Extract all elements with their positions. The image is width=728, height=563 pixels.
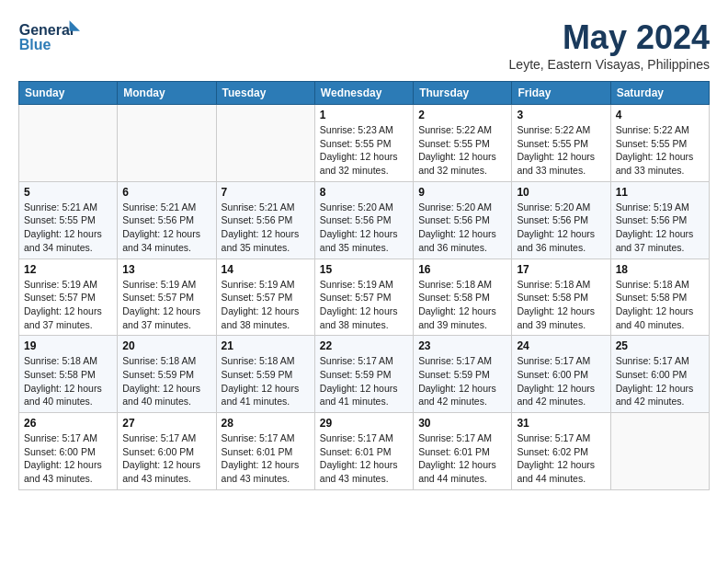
day-number: 3 — [517, 109, 605, 121]
svg-text:General: General — [19, 22, 74, 38]
month-title: May 2024 — [509, 18, 710, 57]
day-info: Sunrise: 5:17 AM Sunset: 5:59 PM Dayligh… — [418, 354, 506, 408]
day-info: Sunrise: 5:19 AM Sunset: 5:56 PM Dayligh… — [616, 201, 704, 255]
day-number: 1 — [320, 109, 408, 121]
day-info: Sunrise: 5:17 AM Sunset: 6:00 PM Dayligh… — [616, 354, 704, 408]
day-info: Sunrise: 5:17 AM Sunset: 6:00 PM Dayligh… — [24, 431, 112, 486]
day-cell-1-1: 6Sunrise: 5:21 AM Sunset: 5:56 PM Daylig… — [118, 181, 216, 259]
day-info: Sunrise: 5:21 AM Sunset: 5:55 PM Dayligh… — [24, 201, 112, 255]
day-number: 20 — [122, 339, 210, 352]
day-number: 9 — [418, 186, 506, 199]
day-cell-3-4: 23Sunrise: 5:17 AM Sunset: 5:59 PM Dayli… — [414, 336, 512, 413]
day-cell-0-4: 2Sunrise: 5:22 AM Sunset: 5:55 PM Daylig… — [414, 105, 512, 182]
day-number: 31 — [517, 417, 605, 430]
day-number: 16 — [418, 263, 506, 276]
day-number: 27 — [122, 417, 210, 430]
day-cell-2-0: 12Sunrise: 5:19 AM Sunset: 5:57 PM Dayli… — [19, 259, 118, 336]
day-number: 11 — [616, 186, 704, 199]
svg-marker-2 — [70, 20, 80, 30]
day-number: 18 — [616, 263, 704, 276]
day-cell-3-1: 20Sunrise: 5:18 AM Sunset: 5:59 PM Dayli… — [118, 336, 216, 413]
day-number: 2 — [418, 109, 506, 121]
svg-text:Blue: Blue — [19, 37, 51, 52]
day-cell-2-6: 18Sunrise: 5:18 AM Sunset: 5:58 PM Dayli… — [610, 259, 709, 336]
header-wednesday: Wednesday — [314, 82, 413, 105]
day-info: Sunrise: 5:17 AM Sunset: 6:01 PM Dayligh… — [222, 431, 310, 486]
day-info: Sunrise: 5:18 AM Sunset: 5:59 PM Dayligh… — [222, 354, 310, 408]
day-number: 12 — [24, 263, 112, 276]
day-info: Sunrise: 5:17 AM Sunset: 5:59 PM Dayligh… — [320, 354, 408, 408]
day-info: Sunrise: 5:19 AM Sunset: 5:57 PM Dayligh… — [24, 278, 112, 332]
day-number: 6 — [122, 186, 210, 199]
day-number: 28 — [222, 417, 310, 430]
day-number: 13 — [122, 263, 210, 276]
week-row-4: 19Sunrise: 5:18 AM Sunset: 5:58 PM Dayli… — [19, 336, 710, 413]
header-saturday: Saturday — [610, 82, 709, 105]
day-cell-0-2 — [216, 105, 314, 182]
day-number: 10 — [517, 186, 605, 199]
location-subtitle: Leyte, Eastern Visayas, Philippines — [509, 57, 710, 72]
day-info: Sunrise: 5:18 AM Sunset: 5:58 PM Dayligh… — [517, 278, 605, 332]
day-number: 24 — [517, 339, 605, 352]
day-info: Sunrise: 5:17 AM Sunset: 6:00 PM Dayligh… — [517, 354, 605, 408]
day-number: 5 — [24, 186, 112, 199]
day-cell-2-4: 16Sunrise: 5:18 AM Sunset: 5:58 PM Dayli… — [414, 259, 512, 336]
day-cell-4-6 — [610, 413, 709, 490]
day-info: Sunrise: 5:20 AM Sunset: 5:56 PM Dayligh… — [418, 201, 506, 255]
page-header: General Blue May 2024 Leyte, Eastern Vis… — [18, 18, 710, 72]
logo-svg: General Blue — [18, 18, 83, 55]
day-number: 25 — [616, 339, 704, 352]
day-cell-3-0: 19Sunrise: 5:18 AM Sunset: 5:58 PM Dayli… — [19, 336, 118, 413]
day-cell-0-3: 1Sunrise: 5:23 AM Sunset: 5:55 PM Daylig… — [314, 105, 413, 182]
day-info: Sunrise: 5:19 AM Sunset: 5:57 PM Dayligh… — [222, 278, 310, 332]
week-row-2: 5Sunrise: 5:21 AM Sunset: 5:55 PM Daylig… — [19, 181, 710, 259]
day-cell-4-1: 27Sunrise: 5:17 AM Sunset: 6:00 PM Dayli… — [118, 413, 216, 490]
header-thursday: Thursday — [414, 82, 512, 105]
day-info: Sunrise: 5:18 AM Sunset: 5:59 PM Dayligh… — [122, 354, 210, 408]
day-cell-1-2: 7Sunrise: 5:21 AM Sunset: 5:56 PM Daylig… — [216, 181, 314, 259]
day-cell-2-3: 15Sunrise: 5:19 AM Sunset: 5:57 PM Dayli… — [314, 259, 413, 336]
day-cell-1-4: 9Sunrise: 5:20 AM Sunset: 5:56 PM Daylig… — [414, 181, 512, 259]
header-friday: Friday — [512, 82, 610, 105]
day-info: Sunrise: 5:17 AM Sunset: 6:00 PM Dayligh… — [122, 431, 210, 486]
day-cell-4-4: 30Sunrise: 5:17 AM Sunset: 6:01 PM Dayli… — [414, 413, 512, 490]
day-cell-1-5: 10Sunrise: 5:20 AM Sunset: 5:56 PM Dayli… — [512, 181, 610, 259]
day-cell-3-3: 22Sunrise: 5:17 AM Sunset: 5:59 PM Dayli… — [314, 336, 413, 413]
day-info: Sunrise: 5:18 AM Sunset: 5:58 PM Dayligh… — [24, 354, 112, 408]
day-cell-4-3: 29Sunrise: 5:17 AM Sunset: 6:01 PM Dayli… — [314, 413, 413, 490]
day-info: Sunrise: 5:23 AM Sunset: 5:55 PM Dayligh… — [320, 123, 408, 178]
week-row-1: 1Sunrise: 5:23 AM Sunset: 5:55 PM Daylig… — [19, 105, 710, 182]
day-info: Sunrise: 5:22 AM Sunset: 5:55 PM Dayligh… — [517, 123, 605, 178]
weekday-header-row: Sunday Monday Tuesday Wednesday Thursday… — [19, 82, 710, 105]
day-cell-0-1 — [118, 105, 216, 182]
day-number: 21 — [222, 339, 310, 352]
week-row-5: 26Sunrise: 5:17 AM Sunset: 6:00 PM Dayli… — [19, 413, 710, 490]
day-info: Sunrise: 5:17 AM Sunset: 6:01 PM Dayligh… — [418, 431, 506, 486]
day-info: Sunrise: 5:19 AM Sunset: 5:57 PM Dayligh… — [122, 278, 210, 332]
day-cell-2-1: 13Sunrise: 5:19 AM Sunset: 5:57 PM Dayli… — [118, 259, 216, 336]
day-info: Sunrise: 5:17 AM Sunset: 6:02 PM Dayligh… — [517, 431, 605, 486]
day-number: 30 — [418, 417, 506, 430]
day-cell-1-3: 8Sunrise: 5:20 AM Sunset: 5:56 PM Daylig… — [314, 181, 413, 259]
header-monday: Monday — [118, 82, 216, 105]
day-cell-0-0 — [19, 105, 118, 182]
header-sunday: Sunday — [19, 82, 118, 105]
day-cell-4-0: 26Sunrise: 5:17 AM Sunset: 6:00 PM Dayli… — [19, 413, 118, 490]
day-number: 23 — [418, 339, 506, 352]
day-info: Sunrise: 5:20 AM Sunset: 5:56 PM Dayligh… — [517, 201, 605, 255]
day-number: 26 — [24, 417, 112, 430]
day-number: 29 — [320, 417, 408, 430]
day-cell-1-0: 5Sunrise: 5:21 AM Sunset: 5:55 PM Daylig… — [19, 181, 118, 259]
week-row-3: 12Sunrise: 5:19 AM Sunset: 5:57 PM Dayli… — [19, 259, 710, 336]
day-cell-2-2: 14Sunrise: 5:19 AM Sunset: 5:57 PM Dayli… — [216, 259, 314, 336]
day-number: 22 — [320, 339, 408, 352]
header-tuesday: Tuesday — [216, 82, 314, 105]
day-cell-0-6: 4Sunrise: 5:22 AM Sunset: 5:55 PM Daylig… — [610, 105, 709, 182]
title-block: May 2024 Leyte, Eastern Visayas, Philipp… — [509, 18, 710, 72]
day-info: Sunrise: 5:21 AM Sunset: 5:56 PM Dayligh… — [222, 201, 310, 255]
day-cell-4-2: 28Sunrise: 5:17 AM Sunset: 6:01 PM Dayli… — [216, 413, 314, 490]
day-number: 7 — [222, 186, 310, 199]
calendar-body: 1Sunrise: 5:23 AM Sunset: 5:55 PM Daylig… — [19, 105, 710, 490]
day-info: Sunrise: 5:17 AM Sunset: 6:01 PM Dayligh… — [320, 431, 408, 486]
day-info: Sunrise: 5:18 AM Sunset: 5:58 PM Dayligh… — [418, 278, 506, 332]
